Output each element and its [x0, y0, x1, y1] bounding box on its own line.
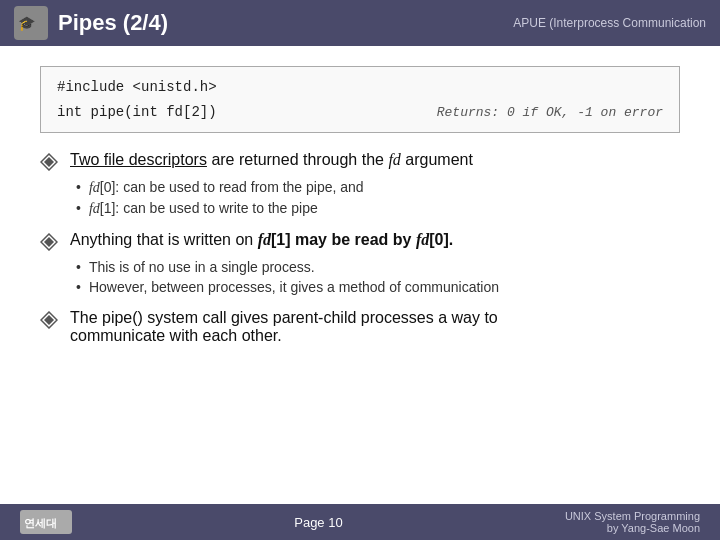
section-2-bullets: • This is of no use in a single process.…: [76, 259, 680, 295]
section-1-heading: Two file descriptors are returned throug…: [40, 151, 680, 173]
slide-subtitle: APUE (Interprocess Communication: [513, 16, 706, 30]
sub-bullet-dot: •: [76, 179, 81, 195]
section-2-heading-text: Anything that is written on fd[1] may be…: [70, 231, 453, 249]
list-item: • fd[1]: can be used to write to the pip…: [76, 200, 680, 217]
code-line-2: int pipe(int fd[2]): [57, 104, 217, 120]
section-3-heading: The pipe() system call gives parent-chil…: [40, 309, 680, 345]
section-2-heading: Anything that is written on fd[1] may be…: [40, 231, 680, 253]
footer-credit: UNIX System Programming by Yang-Sae Moon: [565, 510, 700, 534]
bullet-icon-1: [40, 153, 60, 173]
section-1-bullets: • fd[0]: can be used to read from the pi…: [76, 179, 680, 217]
sub-bullet-dot: •: [76, 279, 81, 295]
footer-logo: 연세대: [20, 510, 72, 534]
svg-text:🎓: 🎓: [18, 15, 36, 32]
list-item: • However, between processes, it gives a…: [76, 279, 680, 295]
section-3-heading-text: The pipe() system call gives parent-chil…: [70, 309, 498, 345]
section-1: Two file descriptors are returned throug…: [40, 151, 680, 217]
section-1-heading-text: Two file descriptors are returned throug…: [70, 151, 473, 169]
list-item: • This is of no use in a single process.: [76, 259, 680, 275]
slide-title: Pipes (2/4): [58, 10, 513, 36]
slide-body: #include <unistd.h> int pipe(int fd[2]) …: [0, 46, 720, 369]
sub-bullet-dot: •: [76, 200, 81, 216]
section-3: The pipe() system call gives parent-chil…: [40, 309, 680, 345]
bullet-icon-2: [40, 233, 60, 253]
footer-logo-icon: 연세대: [20, 510, 72, 534]
sub-bullet-dot: •: [76, 259, 81, 275]
code-line-1: #include <unistd.h>: [57, 79, 663, 95]
svg-text:연세대: 연세대: [24, 517, 57, 529]
header-logo-icon: 🎓: [14, 6, 48, 40]
list-item: • fd[0]: can be used to read from the pi…: [76, 179, 680, 196]
footer-credit-line1: UNIX System Programming: [565, 510, 700, 522]
slide-header: 🎓 Pipes (2/4) APUE (Interprocess Communi…: [0, 0, 720, 46]
slide-footer: 연세대 Page 10 UNIX System Programming by Y…: [0, 504, 720, 540]
footer-credit-line2: by Yang-Sae Moon: [565, 522, 700, 534]
code-block: #include <unistd.h> int pipe(int fd[2]) …: [40, 66, 680, 133]
section-2: Anything that is written on fd[1] may be…: [40, 231, 680, 295]
footer-page: Page 10: [294, 515, 342, 530]
bullet-icon-3: [40, 311, 60, 331]
code-returns: Returns: 0 if OK, -1 on error: [437, 105, 663, 120]
